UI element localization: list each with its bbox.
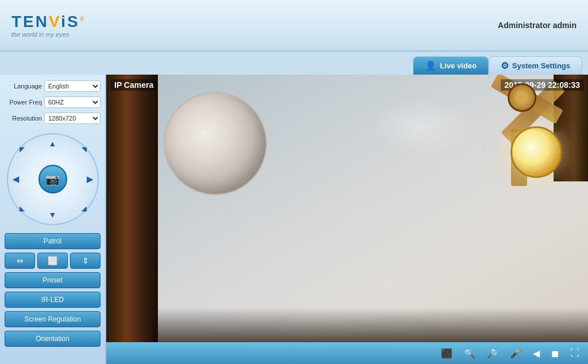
- camera-title: IP Camera: [111, 79, 157, 91]
- microphone-icon[interactable]: 🎤: [507, 346, 524, 361]
- screen-regulation-button[interactable]: Screen Regulation: [5, 311, 100, 327]
- ptz-center-button[interactable]: 📷: [38, 165, 67, 193]
- ceiling-light-spot: [370, 98, 473, 155]
- lamp-shade-shape: [164, 92, 267, 195]
- lamp-shade: [164, 92, 278, 207]
- camera-toolbar: ⬛ 🔍 🔎 🎤 ◀ ◼ ⛶: [106, 342, 588, 364]
- ptz-left-button[interactable]: ◀: [13, 175, 19, 184]
- live-video-icon: 👤: [425, 60, 436, 71]
- ptz-circle: ▲ ▼ ◀ ▶ ◤ ◥ ◣ ◢ 📷: [7, 133, 99, 225]
- ptz-control: ▲ ▼ ◀ ▶ ◤ ◥ ◣ ◢ 📷: [7, 133, 99, 225]
- resolution-label: Resolution: [5, 115, 42, 122]
- horizontal-icon-button[interactable]: ⇔: [5, 253, 35, 269]
- fan-light: [510, 126, 562, 178]
- language-select[interactable]: English Chinese French German Spanish: [44, 80, 100, 92]
- fullscreen-icon[interactable]: ⛶: [567, 346, 582, 360]
- logo-area: TENViS® the world in my eyes: [11, 13, 86, 38]
- header: TENViS® the world in my eyes Administrat…: [0, 0, 588, 52]
- scene-floor-shadow: [152, 308, 588, 342]
- ptz-up-left-button[interactable]: ◤: [20, 146, 24, 153]
- logo: TENViS®: [11, 13, 86, 31]
- zoom-in-icon[interactable]: 🔍: [461, 346, 478, 361]
- orientation-button[interactable]: Orientation: [5, 331, 100, 347]
- system-settings-icon: ⚙: [501, 60, 509, 71]
- logo-tagline: the world in my eyes: [11, 31, 69, 38]
- resolution-row: Resolution 1280x720 1024x576 800x448 640…: [5, 113, 100, 124]
- ptz-up-button[interactable]: ▲: [49, 139, 57, 148]
- logo-registered: ®: [80, 16, 86, 22]
- tab-live-video-label: Live video: [440, 61, 477, 70]
- preset-button[interactable]: Preset: [5, 272, 100, 288]
- ptz-down-right-button[interactable]: ◢: [82, 205, 86, 212]
- tabs-row: 👤 Live video ⚙ System Settings: [0, 52, 588, 75]
- ir-led-button[interactable]: IR-LED: [5, 292, 100, 308]
- tab-system-settings-label: System Settings: [512, 61, 570, 70]
- language-row: Language English Chinese French German S…: [5, 80, 100, 92]
- ptz-up-right-button[interactable]: ◥: [82, 146, 86, 153]
- power-freq-label: Power Freq: [5, 99, 42, 106]
- language-label: Language: [5, 83, 42, 90]
- camera-scene: [106, 75, 588, 342]
- vertical-icon-button[interactable]: ⇕: [70, 253, 100, 269]
- ptz-right-button[interactable]: ▶: [87, 175, 93, 184]
- admin-label: Administrator admin: [498, 21, 577, 30]
- power-freq-select[interactable]: 50HZ 60HZ: [44, 96, 100, 108]
- main-content: Language English Chinese French German S…: [0, 75, 588, 364]
- ptz-down-button[interactable]: ▼: [49, 210, 57, 219]
- patrol-button[interactable]: Patrol: [5, 233, 100, 249]
- logo-v-dot: V: [49, 13, 61, 30]
- ptz-down-left-button[interactable]: ◣: [20, 205, 24, 212]
- camera-ptz-icon: 📷: [45, 172, 60, 186]
- power-freq-row: Power Freq 50HZ 60HZ: [5, 96, 100, 108]
- record-icon[interactable]: ◼: [548, 346, 562, 361]
- sidebar: Language English Chinese French German S…: [0, 75, 106, 364]
- fan-hub: [508, 83, 536, 112]
- square-icon-button[interactable]: ⬜: [37, 253, 68, 269]
- resolution-select[interactable]: 1280x720 1024x576 800x448 640x360: [44, 113, 100, 124]
- wooden-post-left: [106, 75, 158, 342]
- speaker-icon[interactable]: ◀: [530, 346, 543, 361]
- zoom-out-icon[interactable]: 🔎: [484, 346, 501, 361]
- snapshot-icon[interactable]: ⬛: [438, 346, 455, 361]
- camera-feed: IP Camera 2015-09-29 22:08:33: [106, 75, 588, 342]
- icon-row: ⇔ ⬜ ⇕: [5, 253, 100, 269]
- tab-live-video[interactable]: 👤 Live video: [413, 56, 489, 75]
- camera-view: IP Camera 2015-09-29 22:08:33: [106, 75, 588, 364]
- tab-system-settings[interactable]: ⚙ System Settings: [489, 56, 582, 75]
